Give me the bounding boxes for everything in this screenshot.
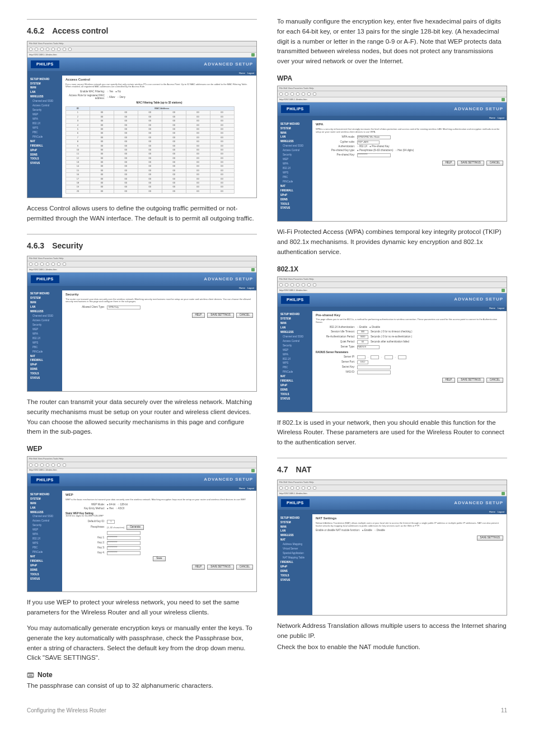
nav-system[interactable]: SYSTEM	[29, 82, 60, 86]
stop-icon[interactable]	[40, 262, 44, 266]
search-icon[interactable]	[57, 463, 60, 467]
nas-input[interactable]	[357, 370, 391, 374]
nav-upnp[interactable]: UPnP	[29, 148, 60, 153]
nav-nat[interactable]: NAT	[29, 139, 60, 144]
go-icon[interactable]	[502, 289, 505, 292]
nav-item[interactable]: STATUS	[279, 578, 311, 583]
nav-item[interactable]: WPA	[279, 162, 311, 167]
nav-item[interactable]: WPS	[279, 361, 311, 366]
nav-item[interactable]: Access Control	[29, 519, 60, 524]
radio-128[interactable]: ○ 128-bit	[118, 504, 128, 506]
nav-item[interactable]: WPA	[29, 332, 60, 336]
nav-item[interactable]: DDNS	[279, 388, 311, 393]
radio-no[interactable]: ● No	[115, 91, 121, 93]
nav-item[interactable]: Security	[29, 323, 60, 327]
radio-passphrase[interactable]: ● Passphrase (8~63 characters)	[357, 149, 393, 152]
nav-item[interactable]: WIRELESS	[29, 510, 60, 515]
nav-item[interactable]: LAN	[279, 135, 311, 140]
psk-input[interactable]: **********	[357, 153, 391, 157]
reauth-input[interactable]: 3600	[357, 335, 368, 339]
fwd-icon[interactable]	[35, 48, 38, 51]
nav-lan[interactable]: LAN	[29, 91, 60, 95]
nav-item[interactable]: LAN	[29, 506, 60, 510]
skey-input[interactable]	[357, 365, 391, 369]
cancel-button[interactable]: CANCEL	[486, 378, 503, 383]
save-button[interactable]: SAVE SETTINGS	[477, 536, 503, 541]
home-icon[interactable]	[302, 486, 305, 490]
nav-wps[interactable]: WPS	[29, 126, 60, 130]
fav-icon[interactable]	[313, 283, 316, 287]
nav-item[interactable]: SETUP WIZARD	[279, 122, 311, 126]
nav-item[interactable]: FIREWALL	[279, 379, 311, 384]
nav-item[interactable]: WEP	[279, 158, 311, 162]
go-icon[interactable]	[251, 53, 255, 57]
cancel-button[interactable]: CANCEL	[486, 161, 503, 166]
nav-item[interactable]: FIREWALL	[29, 359, 60, 363]
nav-item[interactable]: 802.1X	[279, 167, 311, 171]
nav-channel-ssid[interactable]: Channel and SSID	[29, 100, 60, 104]
radio-deny[interactable]: ○ Deny	[118, 96, 125, 99]
logout-link[interactable]: Logout	[247, 487, 254, 490]
key4-input[interactable]: **********	[107, 551, 140, 555]
nav-setup-wizard[interactable]: SETUP WIZARD	[29, 77, 60, 82]
nav-item[interactable]: WIRELESS	[279, 330, 311, 335]
back-icon[interactable]	[279, 92, 283, 96]
save-button[interactable]: SAVE SETTINGS	[207, 565, 233, 570]
generate-button[interactable]: Generate	[127, 525, 144, 530]
nav-wpa[interactable]: WPA	[29, 118, 60, 122]
key2-input[interactable]: **********	[107, 541, 140, 545]
radio-hex[interactable]: ● Hex	[107, 508, 114, 510]
nav-item[interactable]: NAT	[29, 354, 60, 359]
fwd-icon[interactable]	[35, 262, 38, 266]
radio-enable[interactable]: ● Enable	[362, 529, 372, 532]
back-icon[interactable]	[29, 262, 32, 266]
allowed-client-select[interactable]: WPA Only	[107, 306, 140, 309]
nav-item[interactable]: PBC	[29, 345, 60, 350]
nav-item[interactable]: PINCode	[279, 180, 311, 184]
nav-access-control[interactable]: Access Control	[29, 104, 60, 109]
cypher-select[interactable]: TKIP+AES	[357, 140, 380, 144]
nav-8021x[interactable]: 802.1X	[29, 121, 60, 126]
home-link[interactable]: Home	[239, 487, 245, 490]
nav-item[interactable]: NAT Mapping Table	[279, 556, 311, 561]
ip-octet[interactable]	[357, 355, 366, 359]
back-icon[interactable]	[29, 48, 32, 51]
nav-item[interactable]: FIREWALL	[279, 561, 311, 565]
nav-item[interactable]: Virtual Server	[279, 547, 311, 552]
nav-item[interactable]: WPS	[29, 542, 60, 546]
nav-item[interactable]: SETUP WIZARD	[29, 492, 60, 497]
nav-item[interactable]: WAN	[279, 322, 311, 326]
nav-item[interactable]: STATUS	[279, 206, 311, 211]
go-icon[interactable]	[502, 98, 505, 101]
search-icon[interactable]	[57, 262, 60, 266]
nav-item[interactable]: PINCode	[29, 550, 60, 555]
fwd-icon[interactable]	[285, 486, 288, 490]
nav-item[interactable]: PBC	[29, 546, 60, 551]
refresh-icon[interactable]	[296, 92, 299, 96]
key1-input[interactable]: **********	[107, 536, 140, 540]
home-link[interactable]: Home	[239, 72, 245, 74]
nav-item[interactable]: 802.1X	[29, 537, 60, 542]
nav-item[interactable]: DDNS	[279, 198, 311, 202]
radio-ascii[interactable]: ○ ASCII	[116, 508, 125, 510]
save-button-short[interactable]: Save	[153, 556, 165, 561]
home-icon[interactable]	[51, 262, 55, 266]
nav-item[interactable]: WEP	[29, 528, 60, 533]
nav-item[interactable]: PINCode	[29, 350, 60, 354]
stop-icon[interactable]	[40, 463, 44, 467]
save-button[interactable]: SAVE SETTINGS	[457, 161, 484, 166]
ip-octet[interactable]	[371, 355, 379, 359]
back-icon[interactable]	[29, 463, 32, 467]
radio-enable[interactable]: ○ Enable	[357, 326, 367, 329]
nav-item[interactable]: SETUP WIZARD	[279, 516, 311, 520]
nav-item[interactable]: DDNS	[29, 368, 60, 372]
nav-item[interactable]: PBC	[279, 366, 311, 370]
help-button[interactable]: HELP	[192, 313, 205, 318]
nav-item[interactable]: WAN	[279, 131, 311, 135]
nav-item[interactable]: TOOLS	[279, 202, 311, 206]
nav-item[interactable]: SYSTEM	[29, 297, 60, 301]
home-link[interactable]: Home	[489, 511, 495, 513]
nav-item[interactable]: SYSTEM	[279, 126, 311, 131]
stop-icon[interactable]	[291, 283, 294, 287]
nav-item[interactable]: UPnP	[279, 384, 311, 388]
